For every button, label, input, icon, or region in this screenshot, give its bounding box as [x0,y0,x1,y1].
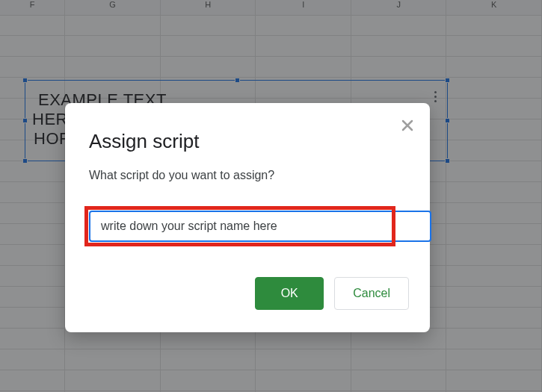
dialog-title: Assign script [89,130,199,153]
cancel-button[interactable]: Cancel [334,277,409,310]
assign-script-dialog: Assign script What script do you want to… [65,103,430,332]
dialog-subtitle: What script do you want to assign? [89,169,274,182]
close-icon[interactable] [397,115,418,136]
script-name-input[interactable] [90,212,430,240]
script-name-field-wrap [89,211,431,242]
ok-button[interactable]: OK [255,277,324,310]
dialog-buttons: OK Cancel [65,277,409,310]
